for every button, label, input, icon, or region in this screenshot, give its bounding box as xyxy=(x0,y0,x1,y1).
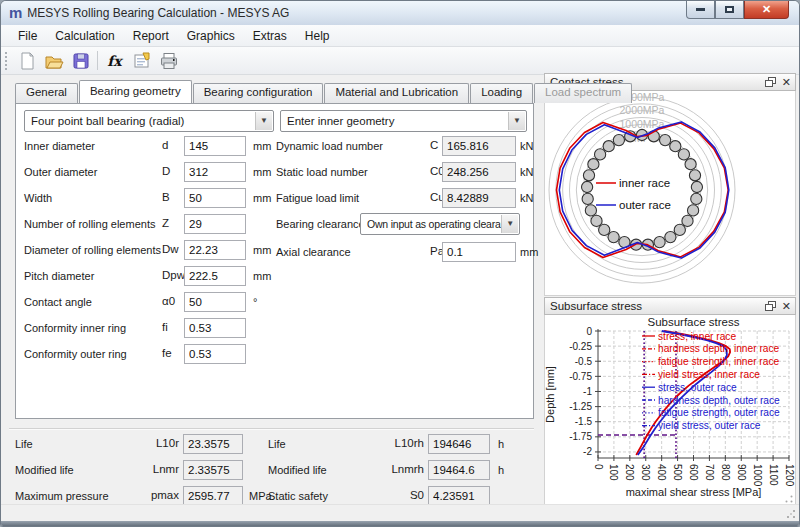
formula-button[interactable]: fx xyxy=(101,49,128,73)
svg-text:1000: 1000 xyxy=(752,464,763,487)
bearing-geometry-page: Four point ball bearing (radial) ▼ Enter… xyxy=(15,103,534,419)
outer-diameter-input[interactable] xyxy=(184,162,246,182)
results-separator xyxy=(9,428,534,430)
field-label: Diameter of rolling elements xyxy=(24,244,161,256)
statusbar xyxy=(1,504,799,521)
panel-resize-grip[interactable] xyxy=(784,494,793,503)
result-symbol: pmax xyxy=(141,489,179,501)
svg-text:yield stress, inner race: yield stress, inner race xyxy=(658,369,760,380)
maximize-icon xyxy=(725,6,734,13)
open-file-button[interactable] xyxy=(40,49,67,73)
result-symbol: Lnmrh xyxy=(379,463,424,475)
menu-help[interactable]: Help xyxy=(296,26,339,46)
width-input[interactable] xyxy=(184,188,246,208)
field-label: Inner diameter xyxy=(24,140,95,152)
maximize-button[interactable] xyxy=(715,1,744,19)
svg-text:500: 500 xyxy=(672,464,683,481)
geometry-mode-value: Enter inner geometry xyxy=(287,115,394,127)
svg-text:fatigue strength, inner race: fatigue strength, inner race xyxy=(658,356,780,367)
result-symbol: L10r xyxy=(141,437,179,449)
menubar: File Calculation Report Graphics Extras … xyxy=(1,25,799,47)
field-unit: mm xyxy=(253,166,271,178)
result-label: Modified life xyxy=(15,464,74,476)
field-label: Static load number xyxy=(276,166,368,178)
field-label: Number of rolling elements xyxy=(24,218,155,230)
modified-life-lnmr-field xyxy=(183,460,243,480)
close-button[interactable]: ✕ xyxy=(744,1,789,19)
svg-text:100: 100 xyxy=(608,464,619,481)
window-frame-bottom xyxy=(1,521,799,526)
svg-text:300: 300 xyxy=(640,464,651,481)
close-panel-icon[interactable]: ✕ xyxy=(782,75,791,90)
rolling-element-diameter-input[interactable] xyxy=(184,240,246,260)
toolbar-separator xyxy=(97,51,98,70)
axial-clearance-input[interactable] xyxy=(442,242,516,262)
menu-graphics[interactable]: Graphics xyxy=(178,26,244,46)
chevron-down-icon: ▼ xyxy=(255,112,272,130)
svg-text:-1.75: -1.75 xyxy=(569,431,592,442)
life-l10rh-field xyxy=(428,434,490,454)
svg-text:hardness depth, inner race: hardness depth, inner race xyxy=(658,343,780,354)
titlebar[interactable]: m MESYS Rolling Bearing Calculation - ME… xyxy=(1,1,799,25)
subsurface-stress-panel-titlebar[interactable]: Subsurface stress ✕ xyxy=(544,297,796,315)
svg-text:0: 0 xyxy=(586,326,592,337)
svg-text:fatigue strength, outer race: fatigue strength, outer race xyxy=(658,407,780,418)
tab-material-and-lubrication[interactable]: Material and Lubrication xyxy=(324,83,469,103)
save-file-button[interactable] xyxy=(67,49,94,73)
report-button[interactable] xyxy=(128,49,155,73)
field-unit: mm xyxy=(253,270,271,282)
result-label: Static safety xyxy=(268,490,328,502)
bearing-type-combobox[interactable]: Four point ball bearing (radial) ▼ xyxy=(24,110,274,132)
svg-text:1200: 1200 xyxy=(784,464,795,487)
geometry-mode-combobox[interactable]: Enter inner geometry ▼ xyxy=(280,110,527,132)
field-symbol: B xyxy=(162,191,170,203)
minimize-button[interactable] xyxy=(686,1,715,19)
bearing-clearance-combobox[interactable]: Own input as operating clearance ▼ xyxy=(360,213,520,235)
report-icon xyxy=(132,51,152,71)
window-resize-grip[interactable] xyxy=(785,508,796,519)
conformity-outer-ring-input[interactable] xyxy=(184,344,246,364)
svg-text:stress, inner race: stress, inner race xyxy=(658,331,736,342)
inner-diameter-input[interactable] xyxy=(184,136,246,156)
close-icon: ✕ xyxy=(762,4,771,15)
tab-general[interactable]: General xyxy=(15,83,78,103)
svg-text:700: 700 xyxy=(704,464,715,481)
dynamic-load-number-field xyxy=(442,136,516,156)
new-file-icon xyxy=(17,51,37,71)
menu-calculation[interactable]: Calculation xyxy=(46,26,123,46)
contact-angle-input[interactable] xyxy=(184,292,246,312)
menu-report[interactable]: Report xyxy=(124,26,178,46)
svg-text:Subsurface stress: Subsurface stress xyxy=(647,316,739,328)
menu-file[interactable]: File xyxy=(9,26,46,46)
pitch-diameter-input[interactable] xyxy=(184,266,246,286)
menu-extras[interactable]: Extras xyxy=(244,26,296,46)
new-file-button[interactable] xyxy=(13,49,40,73)
svg-text:-1.25: -1.25 xyxy=(569,401,592,412)
tab-bearing-configuration[interactable]: Bearing configuration xyxy=(193,83,324,103)
svg-text:2000MPa: 2000MPa xyxy=(620,104,665,116)
tab-loading[interactable]: Loading xyxy=(470,83,533,103)
print-icon xyxy=(159,51,179,71)
print-button[interactable] xyxy=(155,49,182,73)
toolbar-drag-handle[interactable] xyxy=(4,52,9,70)
rolling-elements-count-input[interactable] xyxy=(184,214,246,234)
field-label: Conformity outer ring xyxy=(24,348,127,360)
maximum-pressure-field xyxy=(183,486,243,506)
svg-text:-2: -2 xyxy=(583,446,592,457)
svg-text:hardness depth, outer race: hardness depth, outer race xyxy=(658,395,780,406)
float-panel-icon[interactable] xyxy=(765,77,776,88)
field-label: Contact angle xyxy=(24,296,92,308)
subsurface-stress-panel: Subsurface stress ✕ Subsurface stress010… xyxy=(544,297,796,506)
result-unit: h xyxy=(498,464,504,476)
field-unit: kN xyxy=(520,140,533,152)
conformity-inner-ring-input[interactable] xyxy=(184,318,246,338)
svg-text:600: 600 xyxy=(688,464,699,481)
float-panel-icon[interactable] xyxy=(765,301,776,312)
result-label: Modified life xyxy=(268,464,327,476)
close-panel-icon[interactable]: ✕ xyxy=(782,299,791,314)
result-symbol: S0 xyxy=(379,489,424,501)
result-label: Life xyxy=(15,438,33,450)
app-logo-icon: m xyxy=(9,6,22,20)
tab-bearing-geometry[interactable]: Bearing geometry xyxy=(79,80,192,103)
svg-text:800: 800 xyxy=(720,464,731,481)
